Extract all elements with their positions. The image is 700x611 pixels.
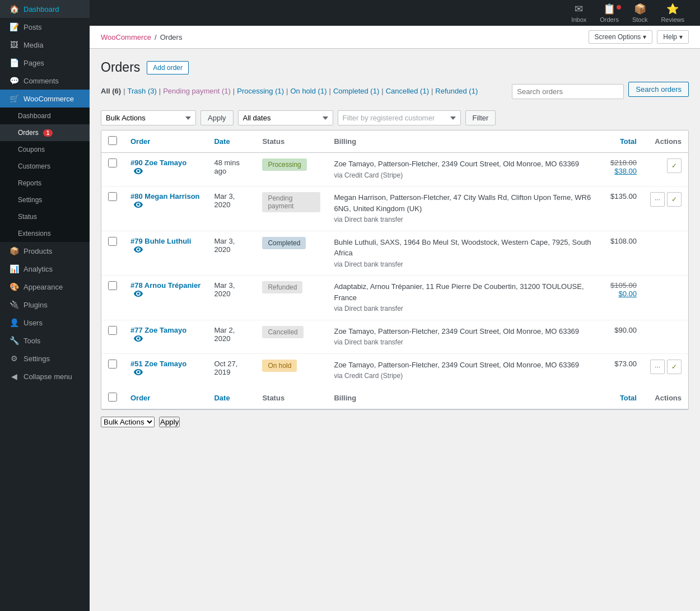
select-all-checkbox-bottom[interactable] bbox=[108, 393, 117, 402]
topbar-inbox[interactable]: ✉ Inbox bbox=[564, 3, 593, 23]
eye-icon-3[interactable] bbox=[134, 290, 143, 298]
topbar-reviews[interactable]: ⭐ Reviews bbox=[654, 3, 691, 23]
order-status-4: Cancelled bbox=[255, 320, 327, 353]
adminbar-right: Screen Options ▾ Help ▾ bbox=[589, 30, 689, 44]
filter-tab-processing[interactable]: Processing (1) bbox=[237, 87, 284, 95]
page-title: Orders bbox=[101, 60, 140, 75]
sidebar-item-woo-settings[interactable]: Settings bbox=[0, 192, 90, 208]
order-date-5: Oct 27, 2019 bbox=[207, 353, 255, 387]
order-checkbox-4[interactable] bbox=[108, 326, 117, 335]
sidebar-item-pages[interactable]: 📄 Pages bbox=[0, 54, 90, 72]
order-actions-3 bbox=[643, 276, 688, 320]
filter-tab-on-hold[interactable]: On hold (1) bbox=[290, 87, 326, 95]
sidebar-item-analytics[interactable]: 📊 Analytics bbox=[0, 260, 90, 278]
col-header-order[interactable]: Order bbox=[124, 130, 207, 153]
breadcrumb-woocommerce[interactable]: WooCommerce bbox=[101, 33, 151, 41]
filter-tab-refunded[interactable]: Refunded (1) bbox=[435, 87, 478, 95]
more-actions-button-1[interactable]: ··· bbox=[650, 192, 665, 207]
eye-icon-0[interactable] bbox=[134, 167, 143, 176]
order-checkbox-3[interactable] bbox=[108, 281, 117, 290]
sidebar-item-media[interactable]: 🖼 Media bbox=[0, 36, 90, 54]
action-row-top: Bulk Actions Apply All dates Filter by r… bbox=[101, 110, 689, 125]
sidebar-item-comments[interactable]: 💬 Comments bbox=[0, 72, 90, 90]
order-checkbox-5[interactable] bbox=[108, 360, 117, 369]
topbar-orders[interactable]: 📋 Orders bbox=[593, 3, 626, 23]
sidebar-item-users[interactable]: 👤 Users bbox=[0, 314, 90, 332]
search-button[interactable]: Search orders bbox=[628, 82, 689, 97]
eye-icon-5[interactable] bbox=[134, 368, 143, 377]
order-link-0[interactable]: #90 Zoe Tamayo bbox=[130, 158, 186, 167]
col-header-total[interactable]: Total bbox=[604, 130, 643, 153]
order-checkbox-2[interactable] bbox=[108, 237, 117, 246]
orders-badge: 1 bbox=[43, 129, 53, 137]
eye-icon-4[interactable] bbox=[134, 334, 143, 343]
sidebar-item-settings[interactable]: ⚙ Settings bbox=[0, 349, 90, 367]
topbar-stock[interactable]: 📦 Stock bbox=[626, 3, 655, 23]
bulk-actions-select-top[interactable]: Bulk Actions bbox=[101, 110, 196, 125]
date-filter-select[interactable]: All dates bbox=[238, 110, 333, 125]
filter-tab-trash[interactable]: Trash (3) bbox=[128, 87, 157, 95]
sidebar-item-collapse[interactable]: ◀ Collapse menu bbox=[0, 367, 90, 385]
add-order-button[interactable]: Add order bbox=[147, 61, 189, 74]
sidebar-item-dashboard[interactable]: 🏠 Dashboard bbox=[0, 0, 90, 18]
more-actions-button-5[interactable]: ··· bbox=[650, 360, 665, 374]
apply-button-bottom[interactable]: Apply bbox=[159, 417, 180, 427]
col-footer-status: Status bbox=[255, 387, 327, 409]
appearance-icon: 🎨 bbox=[9, 282, 19, 291]
eye-icon-1[interactable] bbox=[134, 200, 143, 209]
complete-order-button-1[interactable]: ✓ bbox=[667, 192, 682, 207]
eye-icon-2[interactable] bbox=[134, 245, 143, 254]
filter-tab-pending[interactable]: Pending payment (1) bbox=[163, 87, 231, 95]
sidebar-item-woocommerce[interactable]: 🛒 WooCommerce bbox=[0, 90, 90, 108]
filter-button[interactable]: Filter bbox=[465, 110, 496, 125]
order-checkbox-1[interactable] bbox=[108, 192, 117, 201]
sidebar-item-tools[interactable]: 🔧 Tools bbox=[0, 332, 90, 349]
woo-extensions-label: Extensions bbox=[18, 230, 51, 237]
new-price-3[interactable]: $0.00 bbox=[610, 290, 637, 298]
col-header-date[interactable]: Date bbox=[207, 130, 255, 153]
woo-orders-label: Orders bbox=[18, 129, 39, 137]
filter-tab-completed[interactable]: Completed (1) bbox=[333, 87, 379, 95]
filter-tab-cancelled[interactable]: Cancelled (1) bbox=[386, 87, 429, 95]
order-billing-1: Megan Harrison, Patterson-Fletcher, 47 C… bbox=[327, 186, 604, 231]
sidebar-item-plugins[interactable]: 🔌 Plugins bbox=[0, 296, 90, 314]
sidebar-item-woo-dashboard[interactable]: Dashboard bbox=[0, 108, 90, 124]
sidebar-item-posts[interactable]: 📝 Posts bbox=[0, 18, 90, 36]
plugins-icon: 🔌 bbox=[9, 300, 19, 309]
search-input[interactable] bbox=[512, 84, 624, 99]
order-status-5: On hold bbox=[255, 353, 327, 387]
new-price-0[interactable]: $38.00 bbox=[610, 167, 637, 175]
sidebar-item-woo-coupons[interactable]: Coupons bbox=[0, 141, 90, 158]
order-date-1: Mar 3, 2020 bbox=[207, 186, 255, 231]
sidebar-item-products[interactable]: 📦 Products bbox=[0, 242, 90, 260]
original-price-3: $105.00 bbox=[610, 281, 637, 290]
sidebar-item-woo-customers[interactable]: Customers bbox=[0, 158, 90, 175]
sidebar-item-label: Collapse menu bbox=[24, 372, 72, 381]
complete-order-button-5[interactable]: ✓ bbox=[667, 360, 682, 374]
order-checkbox-0[interactable] bbox=[108, 158, 117, 167]
filter-tab-all[interactable]: All (6) bbox=[101, 87, 121, 95]
sidebar-item-woo-status[interactable]: Status bbox=[0, 208, 90, 225]
col-footer-total[interactable]: Total bbox=[604, 387, 643, 409]
complete-order-button-0[interactable]: ✓ bbox=[667, 158, 682, 173]
order-status-3: Refunded bbox=[255, 276, 327, 320]
order-link-3[interactable]: #78 Arnou Trépanier bbox=[130, 281, 200, 290]
order-link-2[interactable]: #79 Buhle Luthuli bbox=[130, 237, 191, 245]
order-link-5[interactable]: #51 Zoe Tamayo bbox=[130, 360, 186, 368]
customer-filter-select[interactable]: Filter by registered customer bbox=[338, 110, 461, 125]
comments-icon: 💬 bbox=[9, 76, 19, 85]
sidebar-item-appearance[interactable]: 🎨 Appearance bbox=[0, 278, 90, 296]
order-link-4[interactable]: #77 Zoe Tamayo bbox=[130, 326, 186, 334]
col-footer-date[interactable]: Date bbox=[207, 387, 255, 409]
sidebar-item-woo-extensions[interactable]: Extensions bbox=[0, 225, 90, 242]
screen-options-button[interactable]: Screen Options ▾ bbox=[589, 30, 653, 44]
select-all-checkbox-top[interactable] bbox=[108, 136, 117, 145]
bulk-actions-select-bottom[interactable]: Bulk Actions bbox=[101, 417, 155, 427]
dashboard-icon: 🏠 bbox=[9, 4, 19, 13]
apply-button-top[interactable]: Apply bbox=[200, 110, 234, 125]
order-link-1[interactable]: #80 Megan Harrison bbox=[130, 192, 200, 200]
help-button[interactable]: Help ▾ bbox=[657, 30, 689, 44]
col-footer-order[interactable]: Order bbox=[124, 387, 207, 409]
sidebar-item-woo-orders[interactable]: Orders 1 bbox=[0, 124, 90, 141]
sidebar-item-woo-reports[interactable]: Reports bbox=[0, 175, 90, 192]
